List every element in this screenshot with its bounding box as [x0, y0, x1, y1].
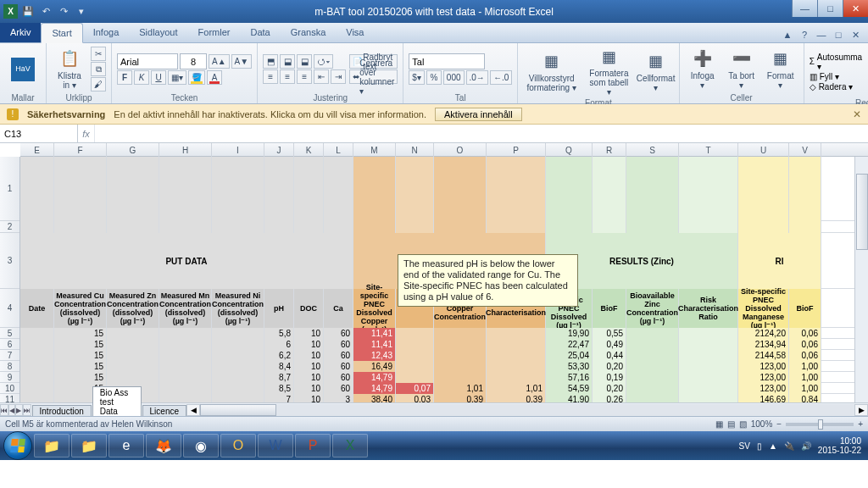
cell-r6-H[interactable]	[159, 339, 212, 350]
cell[interactable]	[679, 221, 738, 233]
cell-r5-F[interactable]: 15	[54, 328, 107, 339]
task-word-icon[interactable]: W	[258, 434, 293, 458]
cell-r5-P[interactable]	[487, 328, 546, 339]
ribbon-minimize-icon[interactable]: ▲	[780, 27, 795, 42]
cell[interactable]	[626, 157, 679, 221]
cell-r6-K[interactable]: 10	[294, 339, 324, 350]
format-cells-button[interactable]: ▦Format ▾	[763, 47, 798, 92]
cell-r10-U[interactable]: 123,00	[738, 383, 789, 394]
orientation-icon[interactable]: ⭯▾	[314, 54, 333, 69]
security-close-icon[interactable]: ✕	[853, 108, 861, 120]
cell-r9-G[interactable]	[107, 372, 159, 383]
tab-data[interactable]: Data	[240, 22, 280, 42]
cell-r5-S[interactable]	[626, 328, 679, 339]
cell-r8-F[interactable]: 15	[54, 361, 107, 372]
sheet-tab-introduction[interactable]: Introduction	[32, 405, 92, 416]
section-mn[interactable]: RI	[738, 233, 821, 289]
cell-r6-U[interactable]: 2134,94	[738, 339, 789, 350]
cell-r7-O[interactable]	[434, 350, 487, 361]
cell-r9-T[interactable]	[679, 372, 738, 383]
task-powerpoint-icon[interactable]: P	[295, 434, 331, 458]
currency-icon[interactable]: $▾	[409, 70, 425, 85]
cell-r5-J[interactable]: 5,8	[264, 328, 294, 339]
task-ie-icon[interactable]: e	[108, 434, 144, 458]
cell-r6-R[interactable]: 0,49	[593, 339, 626, 350]
cell[interactable]	[212, 221, 264, 233]
cell[interactable]	[159, 221, 212, 233]
header-ph[interactable]: pH	[264, 289, 294, 328]
cell-r9-E[interactable]	[20, 372, 54, 383]
col-header-P[interactable]: P	[487, 143, 546, 157]
hscroll-right-icon[interactable]: ▶	[854, 404, 868, 416]
row-header-10[interactable]: 10	[0, 383, 19, 394]
tab-file[interactable]: Arkiv	[0, 22, 41, 42]
cell-r6-I[interactable]	[212, 339, 264, 350]
cell[interactable]	[434, 157, 487, 221]
align-middle-icon[interactable]: ⬓	[280, 54, 295, 69]
cell[interactable]	[593, 221, 626, 233]
indent-dec-icon[interactable]: ⇤	[314, 69, 329, 84]
align-bottom-icon[interactable]: ⬓	[297, 54, 312, 69]
col-header-V[interactable]: V	[789, 143, 821, 157]
cell[interactable]	[593, 157, 626, 221]
cell-r5-V[interactable]: 0,06	[789, 328, 821, 339]
cell[interactable]	[324, 157, 353, 221]
cell[interactable]	[396, 221, 434, 233]
cell-r8-E[interactable]	[20, 361, 54, 372]
cell[interactable]	[738, 157, 789, 221]
sheet-nav-first[interactable]: ⏮	[0, 404, 8, 416]
number-format-select[interactable]: Tal	[409, 53, 485, 69]
minimize-button[interactable]: —	[792, 0, 817, 17]
cell[interactable]	[54, 221, 107, 233]
cell-r9-J[interactable]: 8,7	[264, 372, 294, 383]
cell-r9-I[interactable]	[212, 372, 264, 383]
vscroll-thumb[interactable]	[856, 174, 868, 250]
horizontal-scrollbar[interactable]: ◀ ▶	[186, 402, 868, 416]
header-mn_pnec[interactable]: Site-specific PNEC Dissolved Manganese (…	[738, 289, 789, 328]
hav-button[interactable]: HaV	[5, 56, 41, 83]
col-header-H[interactable]: H	[159, 143, 212, 157]
view-pagebreak-icon[interactable]: ▧	[739, 419, 747, 429]
header-doc[interactable]: DOC	[294, 289, 324, 328]
sheet-nav-next[interactable]: ▶	[15, 404, 22, 416]
cell-r7-G[interactable]	[107, 350, 159, 361]
tray-sound-icon[interactable]: 🔊	[801, 441, 811, 451]
row-header-4[interactable]: 4	[0, 289, 19, 328]
col-header-I[interactable]: I	[212, 143, 264, 157]
cell-r6-J[interactable]: 6	[264, 339, 294, 350]
col-header-L[interactable]: L	[324, 143, 353, 157]
cell-r10-N[interactable]: 0,07	[396, 383, 434, 394]
header-biof2[interactable]: BioF	[789, 289, 821, 328]
cell[interactable]	[546, 221, 593, 233]
col-header-T[interactable]: T	[679, 143, 738, 157]
section-input[interactable]: PUT DATA	[20, 233, 353, 289]
cell[interactable]	[679, 157, 738, 221]
col-header-E[interactable]: E	[20, 143, 54, 157]
cell-r5-U[interactable]: 2124,20	[738, 328, 789, 339]
cell[interactable]	[107, 157, 159, 221]
cell-r9-V[interactable]: 1,00	[789, 372, 821, 383]
align-right-icon[interactable]: ≡	[297, 69, 312, 84]
cell-r9-S[interactable]	[626, 372, 679, 383]
cell-r10-H[interactable]	[159, 383, 212, 394]
cell-r8-O[interactable]	[434, 361, 487, 372]
cell-r7-R[interactable]: 0,44	[593, 350, 626, 361]
doc-minimize-icon[interactable]: —	[814, 27, 829, 42]
tab-view[interactable]: Visa	[336, 22, 374, 42]
clear-button[interactable]: ◇ Radera ▾	[810, 82, 863, 92]
col-header-U[interactable]: U	[738, 143, 789, 157]
cell-r10-Q[interactable]: 54,59	[546, 383, 593, 394]
cell-r9-H[interactable]	[159, 372, 212, 383]
task-outlook-icon[interactable]: O	[220, 434, 256, 458]
col-header-K[interactable]: K	[294, 143, 324, 157]
cell-r6-N[interactable]	[396, 339, 434, 350]
row-header-2[interactable]: 2	[0, 221, 19, 233]
tray-clock[interactable]: 10:002015-10-22	[818, 436, 861, 455]
paste-button[interactable]: 📋Klistra in ▾	[52, 47, 87, 92]
tray-network-icon[interactable]: 🔌	[784, 441, 794, 451]
cell-r9-O[interactable]	[434, 372, 487, 383]
col-header-Q[interactable]: Q	[546, 143, 593, 157]
tab-formulas[interactable]: Formler	[188, 22, 241, 42]
cell-r5-K[interactable]: 10	[294, 328, 324, 339]
tab-review[interactable]: Granska	[281, 22, 337, 42]
